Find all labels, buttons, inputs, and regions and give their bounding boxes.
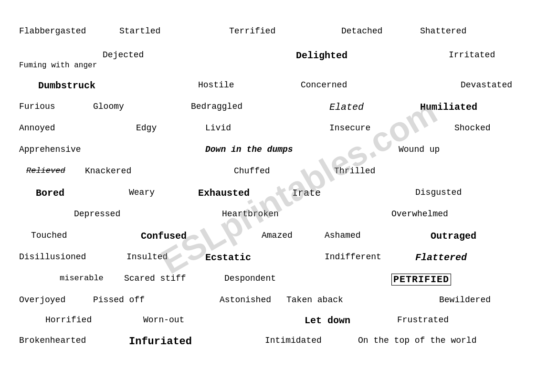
depressed: Depressed	[74, 209, 120, 219]
confused: Confused	[141, 231, 187, 242]
insulted: Insulted	[126, 252, 168, 262]
pissed-off: Pissed off	[93, 295, 145, 305]
amazed: Amazed	[262, 231, 293, 240]
let-down: Let down	[305, 315, 350, 326]
irate: Irate	[292, 188, 321, 199]
shattered: Shattered	[420, 26, 466, 36]
detached: Detached	[341, 26, 382, 36]
bewildered: Bewildered	[439, 295, 491, 305]
chuffed: Chuffed	[234, 166, 270, 176]
ashamed: Ashamed	[325, 231, 361, 240]
shocked: Shocked	[454, 123, 491, 133]
worn-out: Worn-out	[143, 315, 184, 325]
disillusioned: Disillusioned	[19, 252, 86, 262]
down-in-the-dumps: Down in the dumps	[205, 145, 293, 154]
miserable: miserable	[60, 274, 104, 283]
heartbroken: Heartbroken	[222, 209, 279, 219]
scared-stiff: Scared stiff	[124, 274, 186, 283]
fuming: Fuming with anger	[19, 61, 97, 70]
brokenhearted: Brokenhearted	[19, 336, 86, 345]
irritated: Irritated	[449, 50, 495, 60]
indifferent: Indifferent	[325, 252, 381, 262]
despondent: Despondent	[224, 274, 276, 283]
ecstatic: Ecstatic	[205, 252, 251, 263]
elated: Elated	[329, 102, 364, 113]
apprehensive: Apprehensive	[19, 145, 81, 154]
bedraggled: Bedraggled	[191, 102, 242, 111]
watermark: ESLprintables.com	[154, 92, 443, 281]
humiliated: Humiliated	[420, 102, 477, 113]
concerned: Concerned	[301, 80, 347, 90]
flattered: Flattered	[415, 252, 467, 263]
edgy: Edgy	[136, 123, 157, 133]
infuriated: Infuriated	[129, 336, 192, 348]
thrilled: Thrilled	[334, 166, 375, 176]
disgusted: Disgusted	[415, 188, 462, 197]
dejected: Dejected	[103, 50, 144, 60]
dumbstruck: Dumbstruck	[38, 80, 95, 91]
gloomy: Gloomy	[93, 102, 124, 111]
livid: Livid	[205, 123, 231, 133]
horrified: Horrified	[45, 315, 92, 325]
hostile: Hostile	[198, 80, 234, 90]
outraged: Outraged	[431, 231, 476, 242]
on-the-top: On the top of the world	[358, 336, 476, 345]
petrified: PETRIFIED	[391, 274, 451, 286]
terrified: Terrified	[229, 26, 275, 36]
weary: Weary	[129, 188, 155, 197]
relieved: Relieved	[26, 166, 65, 175]
touched: Touched	[31, 231, 67, 240]
wound-up: Wound up	[399, 145, 440, 154]
knackered: Knackered	[85, 166, 131, 176]
delighted: Delighted	[296, 50, 347, 61]
astonished: Astonished	[220, 295, 271, 305]
flabbergasted: Flabbergasted	[19, 26, 86, 36]
furious: Furious	[19, 102, 55, 111]
startled: Startled	[119, 26, 160, 36]
insecure: Insecure	[329, 123, 370, 133]
exhausted: Exhausted	[198, 188, 250, 199]
frustrated: Frustrated	[397, 315, 449, 325]
bored: Bored	[36, 188, 64, 199]
overjoyed: Overjoyed	[19, 295, 65, 305]
taken-aback: Taken aback	[286, 295, 343, 305]
annoyed: Annoyed	[19, 123, 55, 133]
overwhelmed: Overwhelmed	[391, 209, 448, 219]
devastated: Devastated	[461, 80, 512, 90]
intimidated: Intimidated	[265, 336, 322, 345]
